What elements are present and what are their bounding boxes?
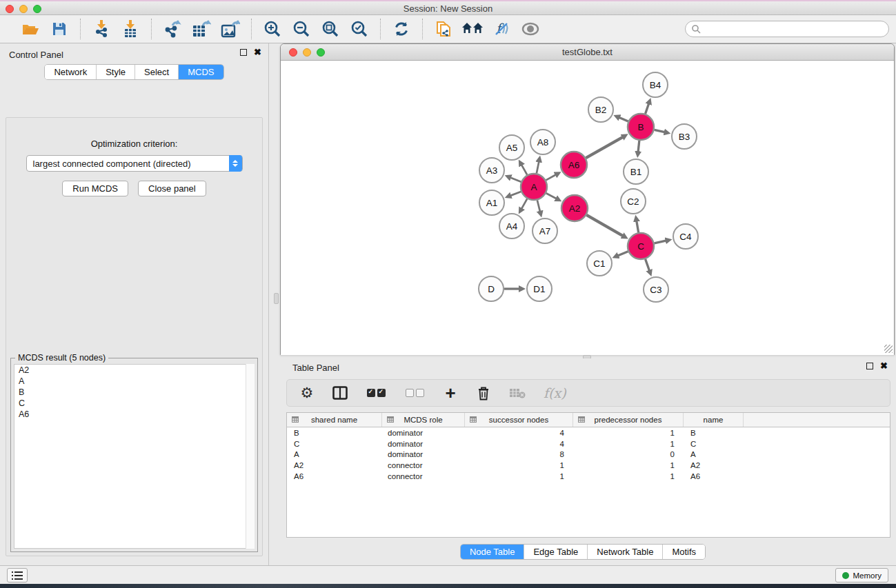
graph-node-label: A8 [537,137,549,148]
selected-criterion: largest connected component (directed) [33,159,191,169]
tab-edge-table[interactable]: Edge Table [524,545,588,559]
settings-gear-icon[interactable]: ⚙ [299,384,315,402]
open-file-icon[interactable] [19,19,41,39]
graph-node-label: A4 [506,221,518,232]
graph-edge[interactable] [637,221,639,233]
graph-edge[interactable] [646,103,649,114]
zoom-out-icon[interactable] [290,19,312,39]
result-scrollbar[interactable] [246,364,255,549]
graph-edge[interactable] [521,164,528,174]
mcds-result-list[interactable]: A2ABCA6 [14,364,255,549]
result-list-item[interactable]: C [14,398,254,409]
table-panel-title: Table Panel [292,363,339,373]
split-divider-handle[interactable] [274,293,279,304]
column-header[interactable]: name [684,413,744,427]
control-panel-title: Control Panel [9,50,63,60]
graph-node-label: C [637,241,644,252]
close-panel-icon[interactable]: ✖ [880,363,888,369]
deselect-all-checkbox-icon[interactable] [404,384,425,402]
table-row[interactable]: Cdominator41C [287,438,890,449]
memory-button[interactable]: Memory [835,568,888,582]
zoom-in-icon[interactable] [261,19,283,39]
select-all-checkbox-icon[interactable] [366,384,386,402]
tab-motifs[interactable]: Motifs [663,545,705,559]
graph-edge[interactable] [510,192,521,196]
tab-mcds[interactable]: MCDS [179,65,223,79]
graph-edge[interactable] [617,252,628,256]
run-mcds-button[interactable]: Run MCDS [62,181,128,196]
column-header[interactable]: successor nodes [465,413,573,427]
graph-edge[interactable] [510,177,521,181]
clone-network-icon[interactable] [432,19,455,39]
search-field[interactable] [685,21,889,37]
export-table-icon[interactable] [190,19,212,39]
search-input[interactable] [701,23,888,35]
graph-node-label: A7 [539,226,551,236]
add-column-icon[interactable]: + [443,384,458,402]
task-history-button[interactable] [7,568,28,582]
graph-edge[interactable] [546,193,557,199]
table-row[interactable]: Adominator80A [287,449,890,460]
float-panel-icon[interactable] [866,363,873,369]
column-selector-icon[interactable] [332,384,348,402]
function-builder-icon[interactable]: f(x) [544,384,566,402]
graph-edge[interactable] [537,161,539,173]
graph-edge[interactable] [537,200,540,212]
column-grid-icon [578,416,585,423]
graph-node-label: C3 [650,285,661,295]
tab-network[interactable]: Network [45,65,97,79]
column-header[interactable]: MCDS role [382,413,465,427]
graph-edge[interactable] [586,215,623,236]
close-panel-icon[interactable]: ✖ [254,49,261,56]
graph-edge[interactable] [546,174,557,180]
function-toggle-icon[interactable]: f [490,19,512,39]
graph-edge[interactable] [655,241,667,243]
network-canvas[interactable]: B4B2BB3B1A5A8A6A3AA1A2C2A4A7CC4C1C3DD1 [281,61,894,355]
graph-edge[interactable] [521,199,528,209]
delete-column-icon[interactable] [476,384,491,402]
table-row[interactable]: Bdominator41B [287,427,890,438]
table-row[interactable]: A2connector11A2 [287,460,890,471]
result-list-item[interactable]: B [14,387,254,398]
export-network-icon[interactable] [161,19,183,39]
tab-network-table[interactable]: Network Table [588,545,663,559]
table-cell: A2 [287,461,382,469]
result-list-item[interactable]: A2 [14,365,254,376]
table-cell: C [287,440,382,448]
graph-edge[interactable] [586,136,623,158]
graph-node-label: C2 [627,196,639,207]
import-network-icon[interactable] [90,19,112,39]
import-table-icon[interactable] [119,19,141,39]
window-resize-grip[interactable] [884,345,893,353]
table-cell: dominator [382,440,465,448]
delete-table-icon[interactable] [509,384,526,402]
graph-edge[interactable] [655,130,666,132]
export-image-icon[interactable] [219,19,241,39]
graph-node-label: C4 [679,232,692,242]
table-body: Bdominator41BCdominator41CAdominator80AA… [287,427,890,482]
tab-node-table[interactable]: Node Table [461,545,525,559]
zoom-fit-icon[interactable] [319,19,341,39]
table-row[interactable]: A6connector11A6 [287,471,890,482]
refresh-icon[interactable] [390,19,412,39]
optimization-criterion-label: Optimization criterion: [6,139,262,149]
tab-style[interactable]: Style [97,65,135,79]
optimization-criterion-select[interactable]: largest connected component (directed) [26,155,243,172]
table-cell: B [287,429,382,437]
memory-label: Memory [853,571,882,580]
zoom-selected-icon[interactable] [348,19,370,39]
tab-select[interactable]: Select [135,65,179,79]
eye-icon[interactable] [519,19,541,39]
close-panel-button[interactable]: Close panel [138,181,206,196]
save-session-icon[interactable] [48,19,70,39]
column-header[interactable]: predecessor nodes [573,413,684,427]
mcds-tab-content: Optimization criterion: largest connecte… [6,117,263,556]
result-list-item[interactable]: A [14,376,254,387]
graph-edge[interactable] [646,259,650,272]
column-header[interactable]: shared name [287,413,382,427]
graph-edge[interactable] [638,141,639,152]
graph-edge[interactable] [619,117,628,121]
result-list-item[interactable]: A6 [14,409,254,420]
home-icon[interactable] [461,19,484,39]
float-panel-icon[interactable] [240,49,247,56]
